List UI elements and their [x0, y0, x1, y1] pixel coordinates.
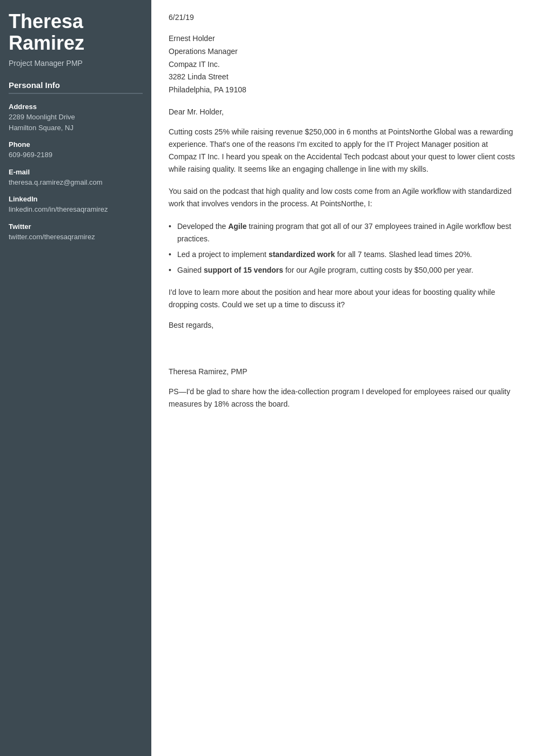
address-label: Address — [9, 103, 143, 111]
ps-block: PS—I'd be glad to share how the idea-col… — [169, 386, 518, 410]
bullet2-bold: standardized work — [269, 250, 335, 259]
bullet3-bold: support of 15 vendors — [204, 266, 283, 274]
phone-value: 609-969-2189 — [9, 150, 143, 160]
phone-block: Phone 609-969-2189 — [9, 140, 143, 160]
recipient-block: Ernest Holder Operations Manager Compaz … — [169, 32, 518, 97]
bullet3-pre: Gained — [177, 266, 204, 274]
closing: Best regards, — [169, 321, 518, 329]
linkedin-value: linkedin.com/in/theresaqramirez — [9, 204, 143, 215]
linkedin-block: LinkedIn linkedin.com/in/theresaqramirez — [9, 195, 143, 215]
twitter-block: Twitter twitter.com/theresaqramirez — [9, 222, 143, 242]
bullet-list: Developed the Agile training program tha… — [169, 220, 518, 276]
bullet3-post: for our Agile program, cutting costs by … — [283, 266, 473, 274]
bullet2-pre: Led a project to implement — [177, 250, 269, 259]
phone-label: Phone — [9, 140, 143, 148]
personal-info-header: Personal Info — [9, 80, 143, 94]
linkedin-label: LinkedIn — [9, 195, 143, 203]
paragraph-2-intro: You said on the podcast that high qualit… — [169, 185, 518, 210]
bullet2-post: for all 7 teams. Slashed lead times 20%. — [335, 250, 472, 259]
salutation: Dear Mr. Holder, — [169, 107, 518, 116]
letter-date: 6/21/19 — [169, 13, 518, 22]
address-value: 2289 Moonlight Drive Hamilton Square, NJ — [9, 112, 143, 133]
recipient-name: Ernest Holder — [169, 32, 518, 45]
recipient-street: 3282 Linda Street — [169, 71, 518, 84]
recipient-title: Operations Manager — [169, 45, 518, 58]
paragraph-3: I'd love to learn more about the positio… — [169, 286, 518, 311]
bullet-item-2: Led a project to implement standardized … — [169, 248, 518, 261]
twitter-value: twitter.com/theresaqramirez — [9, 232, 143, 242]
bullet1-bold: Agile — [228, 222, 246, 231]
address-block: Address 2289 Moonlight Drive Hamilton Sq… — [9, 103, 143, 133]
candidate-name: Theresa Ramirez — [9, 11, 143, 53]
email-block: E-mail theresa.q.ramirez@gmail.com — [9, 168, 143, 188]
recipient-city: Philadelphia, PA 19108 — [169, 84, 518, 97]
letter-content: 6/21/19 Ernest Holder Operations Manager… — [151, 0, 535, 756]
signature: Theresa Ramirez, PMP — [169, 367, 518, 376]
twitter-label: Twitter — [9, 222, 143, 231]
email-label: E-mail — [9, 168, 143, 176]
bullet1-pre: Developed the — [177, 222, 228, 231]
sidebar: Theresa Ramirez Project Manager PMP Pers… — [0, 0, 151, 756]
email-value: theresa.q.ramirez@gmail.com — [9, 177, 143, 188]
bullet-item-3: Gained support of 15 vendors for our Agi… — [169, 264, 518, 276]
paragraph-1: Cutting costs 25% while raising revenue … — [169, 126, 518, 176]
candidate-title: Project Manager PMP — [9, 59, 143, 68]
bullet-item-1: Developed the Agile training program tha… — [169, 220, 518, 245]
recipient-company: Compaz IT Inc. — [169, 58, 518, 71]
